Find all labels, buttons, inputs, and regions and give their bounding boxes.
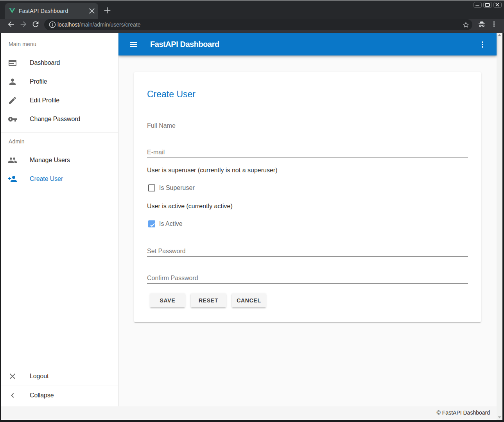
browser-chrome: FastAPI Dashboard (0, 0, 504, 33)
edit-pencil-icon (8, 96, 17, 105)
scrollbar-down-icon[interactable] (498, 416, 501, 418)
checkmark-icon (149, 221, 156, 228)
group-icon (8, 156, 17, 165)
confirm-password-input[interactable] (147, 273, 468, 284)
create-user-card: Create User User is superuser (currently… (134, 72, 481, 322)
url-path: /main/admin/users/create (79, 21, 140, 28)
sidebar-item-logout[interactable]: Logout (1, 367, 118, 386)
appbar-overflow-icon[interactable] (478, 40, 487, 49)
url-text: localhost/main/admin/users/create (57, 19, 140, 30)
full-name-input[interactable] (147, 120, 468, 131)
page-info-icon[interactable] (48, 21, 56, 29)
sidebar-item-label: Dashboard (30, 54, 60, 72)
browser-menu-icon[interactable] (490, 20, 498, 28)
appbar-title: FastAPI Dashboard (150, 33, 219, 55)
forward-icon[interactable] (19, 20, 28, 29)
hamburger-menu-icon[interactable] (129, 40, 138, 49)
sidebar-divider (1, 132, 118, 132)
chevron-left-icon (8, 391, 17, 400)
sidebar-header-main-menu: Main menu (9, 41, 36, 47)
is-superuser-label[interactable]: Is Superuser (159, 184, 195, 191)
url-host: localhost (57, 21, 79, 28)
sidebar-item-change-password[interactable]: Change Password (1, 110, 118, 129)
sidebar-item-label: Manage Users (30, 151, 70, 170)
browser-toolbar: localhost/main/admin/users/create (0, 19, 504, 33)
screen: FastAPI Dashboard (0, 0, 504, 422)
page-title: Create User (147, 89, 196, 100)
superuser-note: User is superuser (currently is not a su… (147, 166, 277, 174)
cancel-button[interactable]: CANCEL (232, 293, 266, 308)
page-scrollbar[interactable] (497, 33, 502, 420)
vue-logo-icon (9, 7, 15, 14)
sidebar-item-label: Logout (30, 367, 48, 386)
scrollbar-up-icon[interactable] (498, 34, 501, 36)
key-icon (8, 114, 17, 124)
app-footer: © FastAPI Dashboard (1, 406, 497, 419)
close-x-icon (8, 372, 17, 381)
bookmark-star-icon[interactable] (462, 21, 470, 29)
person-add-icon (8, 174, 17, 184)
sidebar-item-label: Profile (30, 72, 47, 91)
reset-button[interactable]: RESET (191, 293, 226, 308)
incognito-icon (478, 20, 486, 28)
browser-tab[interactable]: FastAPI Dashboard (5, 3, 98, 19)
window-maximize-button[interactable] (483, 2, 492, 8)
active-note: User is active (currently active) (147, 202, 233, 210)
email-input[interactable] (147, 147, 468, 158)
save-button[interactable]: SAVE (150, 293, 185, 308)
new-tab-button[interactable] (102, 5, 112, 15)
window-top-edge (0, 0, 504, 1)
sidebar-header-admin: Admin (9, 139, 25, 144)
sidebar-item-edit-profile[interactable]: Edit Profile (1, 91, 118, 110)
tab-title: FastAPI Dashboard (19, 3, 68, 19)
dashboard-web-icon (8, 58, 17, 68)
sidebar-item-label: Edit Profile (30, 91, 59, 110)
address-bar[interactable]: localhost/main/admin/users/create (44, 19, 472, 30)
sidebar-item-label: Collapse (30, 386, 54, 405)
back-icon[interactable] (7, 20, 15, 29)
navigation-drawer: Main menu Dashboard Profile Edit Profile… (1, 33, 118, 406)
sidebar-item-label: Create User (30, 170, 63, 188)
sidebar-item-create-user[interactable]: Create User (1, 170, 118, 188)
reload-icon[interactable] (31, 20, 40, 29)
is-active-checkbox[interactable] (148, 220, 155, 227)
app-toolbar: FastAPI Dashboard (118, 33, 497, 55)
sidebar-item-dashboard[interactable]: Dashboard (1, 54, 118, 72)
window-minimize-button[interactable] (474, 2, 482, 8)
is-active-label[interactable]: Is Active (159, 220, 183, 227)
is-superuser-checkbox[interactable] (148, 184, 155, 191)
sidebar-item-collapse[interactable]: Collapse (1, 386, 118, 405)
tab-close-icon[interactable] (87, 6, 97, 16)
copyright-text: © FastAPI Dashboard (437, 406, 490, 419)
set-password-input[interactable] (147, 246, 468, 257)
person-icon (8, 77, 17, 86)
sidebar-item-profile[interactable]: Profile (1, 72, 118, 91)
sidebar-item-label: Change Password (30, 110, 80, 129)
sidebar-item-manage-users[interactable]: Manage Users (1, 151, 118, 170)
window-close-button[interactable] (493, 2, 502, 8)
window-controls (474, 2, 502, 8)
